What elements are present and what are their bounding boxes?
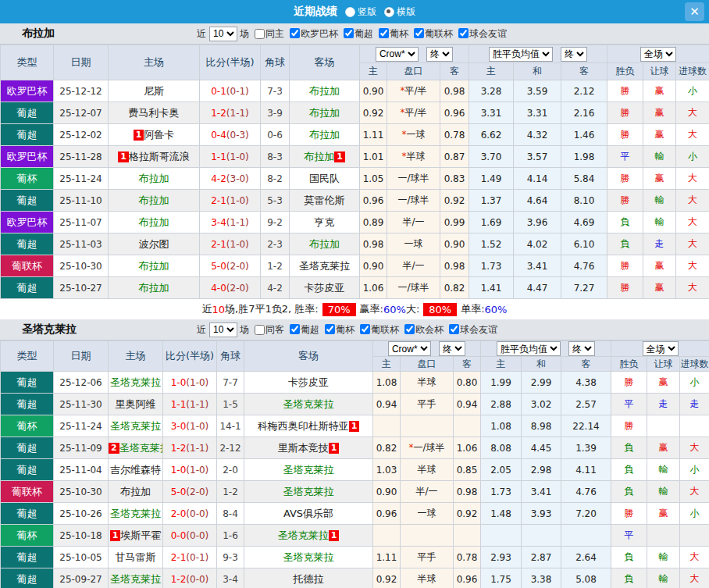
- type-badge: 葡超: [1, 277, 54, 299]
- corner-count: 1-5: [217, 394, 244, 415]
- avg-home: [481, 525, 522, 547]
- avg-group-header: 胜平负均值 终: [469, 45, 607, 63]
- match-row: 葡超25-10-05甘马雷斯2-1(0-1)9-3圣塔克莱拉1.11平手0.78…: [1, 547, 709, 568]
- type-badge: 葡超: [1, 394, 54, 415]
- avg-stage-select[interactable]: 终: [568, 341, 595, 356]
- result-goals: 小: [680, 503, 709, 525]
- type-badge: 葡联杯: [1, 255, 54, 277]
- avg-stage-select[interactable]: 终: [561, 47, 587, 62]
- handicap-line: 半球: [401, 459, 454, 481]
- result-handicap: 赢: [643, 277, 676, 299]
- result-handicap: 赢: [643, 80, 676, 102]
- horizontal-radio[interactable]: [384, 7, 394, 17]
- horizontal-radio-label[interactable]: 横版: [397, 5, 415, 19]
- scope-select[interactable]: 全场: [643, 341, 679, 356]
- result-outcome: 負: [611, 437, 647, 459]
- handicap-line: 半球: [401, 372, 454, 394]
- corner-count: 8-4: [217, 503, 244, 525]
- home-team: 布拉加: [109, 212, 200, 233]
- score: 2-1(1-0): [200, 233, 261, 255]
- odds-stage-select[interactable]: 终: [426, 47, 453, 62]
- odds-stage-select[interactable]: 终: [439, 341, 465, 356]
- league-filter-checkbox[interactable]: [360, 324, 370, 334]
- match-date: 25-11-10: [54, 190, 109, 212]
- score: 1-0(1-0): [163, 372, 217, 394]
- red-card-badge: 1: [334, 151, 345, 162]
- league-filter-checkbox[interactable]: [379, 28, 389, 38]
- corner-count: 8-2: [261, 168, 290, 190]
- fulltime-score: 5-0: [211, 261, 226, 272]
- scope-select[interactable]: 全场: [640, 47, 676, 62]
- score: 3-0(1-0): [163, 415, 217, 437]
- match-date: 25-10-27: [54, 277, 109, 299]
- type-badge: 葡超: [1, 547, 54, 568]
- score: 0-4(0-3): [200, 124, 261, 146]
- away-team: AVS俱乐部: [244, 503, 373, 525]
- league-filter-checkbox[interactable]: [290, 28, 300, 38]
- odds-home: 0.90: [360, 80, 387, 102]
- type-badge: 葡超: [1, 233, 54, 255]
- odds-away: [454, 415, 481, 437]
- filter-bar: 近 10 场 同主 欧罗巴杯葡超葡杯葡联杯球会友谊: [197, 27, 508, 41]
- sub-col-avg-home: 主: [481, 357, 522, 372]
- avg-away: 2.12: [561, 80, 607, 102]
- result-handicap: 走: [643, 233, 676, 255]
- handicap-line: 一球: [387, 233, 440, 255]
- odds-home: 0.92: [373, 568, 401, 588]
- same-venue-checkbox[interactable]: [255, 325, 265, 335]
- red-card-badge: 2: [109, 443, 119, 454]
- result-outcome: 勝: [607, 124, 643, 146]
- league-filter-checkbox[interactable]: [404, 324, 415, 334]
- close-icon[interactable]: ✕: [685, 2, 704, 21]
- result-goals: 大: [680, 547, 709, 568]
- avg-away: 2.57: [561, 394, 611, 415]
- odds-away: 0.98: [440, 255, 469, 277]
- halftime-score: (0-0): [186, 530, 208, 541]
- home-team: 1埃斯平霍: [109, 525, 163, 547]
- league-filter-checkbox[interactable]: [325, 324, 335, 334]
- handicap-line: 半/一: [401, 481, 454, 503]
- odds-away: 0.98: [454, 481, 481, 503]
- league-filter-checkbox[interactable]: [344, 28, 354, 38]
- summary-text: 大:: [406, 302, 419, 316]
- result-goals: 大: [676, 212, 709, 233]
- league-filter-label: 葡联杯: [425, 28, 453, 39]
- bookmaker-select[interactable]: Crow*: [388, 341, 431, 356]
- avg-select[interactable]: 胜平负均值: [497, 341, 561, 356]
- team-name: 布拉加: [0, 27, 197, 41]
- vertical-radio[interactable]: [345, 7, 355, 17]
- home-team: 布拉加: [109, 168, 200, 190]
- summary-text: 场,胜7平1负2, 胜率:: [225, 302, 319, 316]
- result-outcome: 平: [611, 394, 647, 415]
- corner-count: 1-2: [217, 481, 244, 503]
- odds-group-header: Crow* 终: [373, 341, 481, 357]
- result-outcome: 平: [611, 525, 647, 547]
- result-outcome: 負: [611, 568, 647, 588]
- result-handicap: [647, 525, 680, 547]
- handicap-line: *半球: [387, 146, 440, 168]
- type-badge: 葡杯: [1, 525, 54, 547]
- sub-col-odds-away: 客: [440, 63, 469, 80]
- league-filter-checkbox[interactable]: [458, 28, 469, 38]
- type-badge: 葡超: [1, 372, 54, 394]
- odds-away: 0.85: [454, 459, 481, 481]
- result-goals: 小: [680, 459, 709, 481]
- games-label: 场: [240, 323, 249, 337]
- col-date: 日期: [54, 45, 109, 80]
- bookmaker-select[interactable]: Crow*: [376, 47, 419, 62]
- avg-select[interactable]: 胜平负均值: [489, 47, 553, 62]
- result-outcome: 勝: [607, 102, 643, 124]
- games-count-select[interactable]: 10: [209, 323, 237, 337]
- league-filter-checkbox[interactable]: [290, 324, 300, 334]
- halftime-score: (1-0): [226, 151, 249, 162]
- vertical-radio-label[interactable]: 竖版: [358, 5, 376, 19]
- games-count-select[interactable]: 10: [209, 27, 237, 41]
- avg-home: 2.05: [481, 459, 522, 481]
- match-date: 25-11-24: [54, 168, 109, 190]
- league-filter-checkbox[interactable]: [414, 28, 424, 38]
- odds-away: 0.94: [454, 394, 481, 415]
- league-filter-checkbox[interactable]: [449, 324, 459, 334]
- same-venue-checkbox[interactable]: [255, 29, 265, 39]
- result-goals: 小: [676, 146, 709, 168]
- home-team: 1格拉斯哥流浪: [109, 146, 200, 168]
